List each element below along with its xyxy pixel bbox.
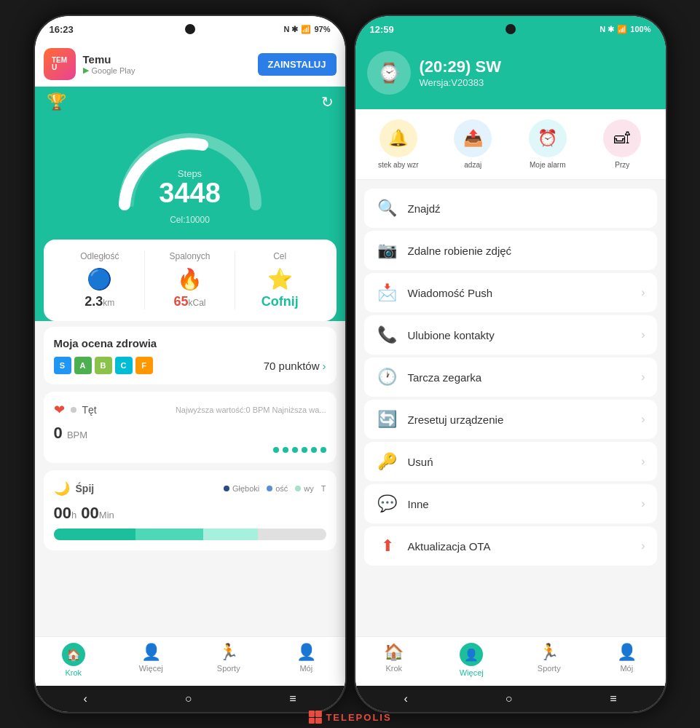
status-icons-right: N ✱ 📶 100%: [599, 25, 650, 34]
badge-c: C: [115, 357, 133, 374]
nav-krok-label-right: Krok: [385, 664, 402, 673]
nav-krok-left[interactable]: 🏠 Krok: [35, 643, 113, 677]
hr-dots: [54, 447, 326, 453]
battery-left: 97%: [314, 25, 330, 33]
nav-sporty-icon-left: 🏃: [219, 643, 238, 662]
back-button-left[interactable]: ‹: [83, 692, 87, 705]
quick-action-label-2: Moje alarm: [530, 161, 565, 169]
ad-banner[interactable]: TEMU Temu ▶ Google Play ZAINSTALUJ: [35, 42, 345, 87]
settings-reset[interactable]: 🔄 Zresetuj urządzenie ›: [364, 400, 657, 439]
wifi-icon-right: 📶: [617, 25, 627, 34]
nav-sporty-right[interactable]: 🏃 Sporty: [511, 643, 589, 677]
sleep-legend: Głęboki ość wy: [224, 484, 326, 493]
nav-moj-left[interactable]: 👤 Mój: [267, 643, 345, 677]
system-bar-left: ‹ ○ ≡: [35, 686, 345, 712]
health-card: Moja ocena zdrowia S A B C F 70 punktów: [44, 327, 337, 384]
settings-znajdz[interactable]: 🔍 Znajdź: [364, 189, 657, 228]
ad-install-button[interactable]: ZAINSTALUJ: [258, 53, 337, 76]
phone-left: 16:23 N ✱ 📶 97% TEMU Temu ▶: [34, 15, 347, 713]
settings-contacts[interactable]: 📞 Ulubione kontakty ›: [364, 315, 657, 355]
steps-goal: Cel:10000: [170, 215, 210, 225]
reset-chevron: ›: [641, 413, 645, 426]
quick-action-2[interactable]: ⏰ Moje alarm: [526, 119, 570, 169]
push-label: Wiadomość Push: [408, 287, 633, 299]
nav-sporty-left[interactable]: 🏃 Sporty: [190, 643, 268, 677]
quick-action-3[interactable]: 🛋 Przy: [600, 119, 644, 169]
quick-action-label-0: stek aby wzr: [378, 161, 419, 169]
znajdz-icon: 🔍: [376, 199, 399, 218]
usun-label: Usuń: [408, 456, 633, 468]
refresh-icon[interactable]: ↻: [321, 93, 334, 111]
phone-right: 12:59 N ✱ 📶 100% ⌚ (20:29) SW: [354, 15, 667, 713]
status-time-right: 12:59: [370, 24, 394, 35]
tele-logo-grid: [308, 711, 321, 724]
nav-krok-right[interactable]: 🏠 Krok: [355, 643, 433, 677]
nav-krok-label: Krok: [65, 668, 82, 677]
bottom-nav-right: 🏠 Krok 👤 Więcej 🏃 Sporty 👤 Mój: [355, 636, 666, 686]
watchface-icon: 🕐: [376, 368, 399, 387]
hr-value: 0 BPM: [54, 424, 326, 443]
nav-wiecej-icon: 👤: [141, 643, 161, 662]
ota-chevron: ›: [641, 539, 645, 553]
system-bar-right: ‹ ○ ≡: [355, 686, 666, 712]
phone2-header-info: (20:29) SW Wersja:V20383: [420, 58, 502, 87]
settings-inne[interactable]: 💬 Inne ›: [364, 484, 657, 523]
nav-moj-icon-right: 👤: [617, 643, 637, 662]
quick-action-1[interactable]: 📤 adzaj: [451, 119, 495, 169]
nav-wiecej-left[interactable]: 👤 Więcej: [112, 643, 190, 677]
usun-chevron: ›: [641, 455, 645, 468]
camera-notch-left: [185, 24, 195, 34]
ad-logo: TEMU: [44, 48, 76, 80]
hr-status-dot: [71, 407, 76, 413]
zdalne-icon: 📷: [376, 241, 399, 260]
nav-moj-label-left: Mój: [299, 664, 312, 673]
bottom-nav-left: 🏠 Krok 👤 Więcej 🏃 Sporty 👤 Mój: [35, 636, 345, 686]
nav-sporty-label-left: Sporty: [217, 664, 240, 673]
sleep-bar: [54, 529, 326, 540]
home-button-right[interactable]: ○: [506, 692, 513, 705]
settings-list[interactable]: 🔍 Znajdź 📷 Zdalne robienie zdjęć 📩 Wiado…: [355, 180, 666, 636]
push-chevron: ›: [641, 286, 645, 299]
heart-rate-card: ❤ Tęt Najwyższa wartość:0 BPM Najniższa …: [44, 392, 337, 463]
telepolis-logo: [308, 711, 321, 724]
recent-button-right[interactable]: ≡: [610, 692, 616, 705]
health-score[interactable]: 70 punktów ›: [264, 360, 326, 372]
usun-icon: 🔑: [376, 452, 399, 471]
ad-subtitle: ▶ Google Play: [83, 66, 251, 75]
settings-ota[interactable]: ⬆ Aktualizacja OTA ›: [364, 526, 657, 566]
badge-f: F: [135, 357, 153, 374]
quick-action-icon-1: 📤: [454, 119, 492, 157]
stat-calories: Spalonych 🔥 65kCal: [145, 251, 235, 309]
back-button-right[interactable]: ‹: [404, 692, 407, 705]
znajdz-label: Znajdź: [408, 202, 645, 215]
nav-wiecej-right[interactable]: 👤 Więcej: [433, 643, 511, 677]
steps-gauge: Steps 3448 Cel:10000: [35, 117, 345, 240]
phone1-scroll[interactable]: Moja ocena zdrowia S A B C F 70 punktów: [35, 321, 345, 636]
sleep-card: 🌙 Śpij Głęboki ość: [44, 470, 337, 550]
home-button-left[interactable]: ○: [185, 692, 192, 705]
settings-zdalne[interactable]: 📷 Zdalne robienie zdjęć: [364, 231, 657, 270]
wifi-icon: 📶: [301, 25, 311, 34]
bluetooth-icon-right: N ✱: [599, 25, 614, 34]
stat-goal: Cel ⭐ Cofnij: [235, 251, 325, 309]
settings-watchface[interactable]: 🕐 Tarcza zegarka ›: [364, 357, 657, 397]
reset-label: Zresetuj urządzenie: [408, 414, 633, 426]
watchface-label: Tarcza zegarka: [408, 371, 633, 384]
recent-button-left[interactable]: ≡: [289, 692, 296, 705]
badge-b: B: [95, 357, 112, 374]
inne-chevron: ›: [641, 497, 645, 510]
zdalne-label: Zdalne robienie zdjęć: [408, 245, 645, 257]
settings-push[interactable]: 📩 Wiadomość Push ›: [364, 273, 657, 312]
telepolis-watermark: TELEPOLIS: [308, 711, 391, 724]
settings-usun[interactable]: 🔑 Usuń ›: [364, 442, 657, 481]
status-bar-right: 12:59 N ✱ 📶 100%: [355, 16, 666, 42]
status-bar-left: 16:23 N ✱ 📶 97%: [35, 16, 345, 42]
push-icon: 📩: [376, 283, 399, 302]
battery-right: 100%: [630, 25, 650, 33]
watchface-chevron: ›: [641, 371, 645, 384]
quick-action-0[interactable]: 🔔 stek aby wzr: [377, 119, 420, 169]
nav-moj-right[interactable]: 👤 Mój: [588, 643, 666, 677]
steps-value: 3448: [159, 179, 221, 207]
badge-s: S: [54, 357, 71, 374]
trophy-icon: 🏆: [47, 92, 66, 111]
